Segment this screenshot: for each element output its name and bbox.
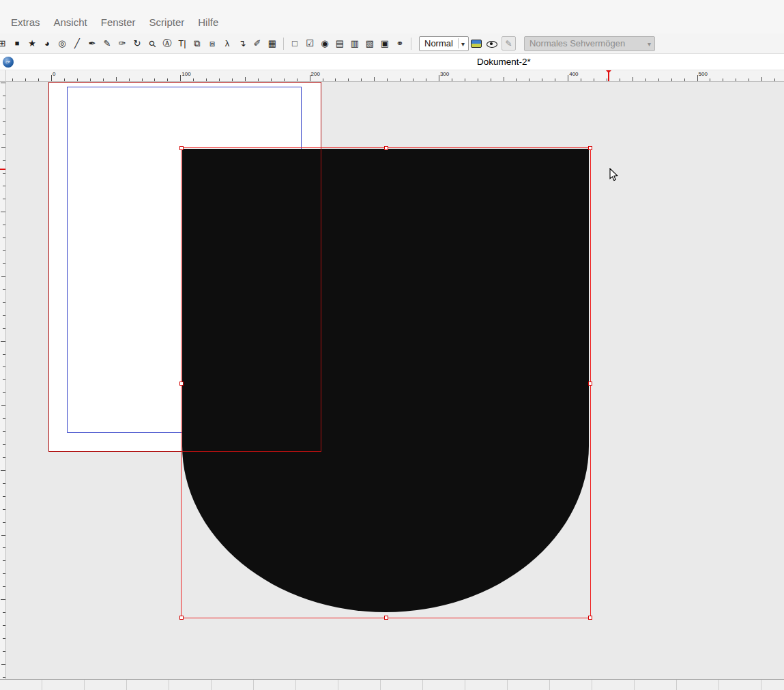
menu-extras[interactable]: Extras bbox=[11, 16, 40, 28]
measurements-icon[interactable]: λ bbox=[220, 36, 235, 51]
ruler-tick bbox=[1, 405, 5, 406]
edit-in-preview-icon[interactable]: ✎ bbox=[502, 36, 516, 51]
ruler-cursor-marker bbox=[608, 70, 609, 82]
ruler-origin[interactable] bbox=[0, 70, 6, 82]
insert-freehand-line-icon[interactable]: ✎ bbox=[100, 36, 115, 51]
ruler-tick bbox=[607, 78, 607, 81]
ruler-cursor-marker bbox=[0, 169, 6, 170]
canvas[interactable] bbox=[6, 82, 784, 679]
menu-fenster[interactable]: Fenster bbox=[101, 16, 136, 28]
pdf-radio-button-icon[interactable]: ◉ bbox=[317, 36, 332, 51]
color-management-icon[interactable] bbox=[471, 40, 482, 48]
ruler-tick bbox=[219, 78, 220, 81]
ruler-tick bbox=[3, 457, 5, 458]
ruler-tick bbox=[116, 77, 117, 81]
vision-defect-dropdown[interactable]: Normales Sehvermögen bbox=[524, 36, 655, 51]
ruler-tick bbox=[3, 573, 5, 574]
ruler-tick bbox=[3, 496, 5, 497]
ruler-tick bbox=[3, 109, 5, 109]
ruler-tick bbox=[620, 78, 620, 81]
eye-dropper-icon[interactable]: ✐ bbox=[250, 36, 265, 51]
ruler-tick bbox=[413, 78, 413, 81]
insert-bezier-curve-icon[interactable]: ✒ bbox=[85, 36, 100, 51]
ruler-tick bbox=[3, 263, 5, 264]
insert-calligraphic-line-icon[interactable]: ✑ bbox=[115, 36, 130, 51]
ruler-tick bbox=[374, 77, 375, 81]
insert-polygon-icon[interactable]: ★ bbox=[25, 36, 40, 51]
ruler-tick bbox=[3, 238, 5, 238]
selection-handle-middle-left[interactable] bbox=[179, 382, 184, 386]
menu-ansicht[interactable]: Ansicht bbox=[54, 16, 87, 28]
ruler-tick bbox=[3, 586, 5, 587]
ruler-tick bbox=[3, 625, 5, 626]
ruler-tick bbox=[568, 75, 568, 81]
edit-text-story-editor-icon[interactable]: T| bbox=[175, 36, 190, 51]
image-quality-dropdown[interactable]: Normal bbox=[419, 36, 469, 51]
render-frame-icon[interactable]: ▦ bbox=[265, 36, 280, 51]
vision-defect-value: Normales Sehvermögen bbox=[529, 38, 625, 48]
menu-hilfe[interactable]: Hilfe bbox=[198, 16, 218, 28]
unlink-text-frames-icon[interactable]: ⧈ bbox=[205, 36, 220, 51]
ruler-tick bbox=[1, 276, 5, 277]
ruler-tick bbox=[3, 354, 5, 355]
insert-table-icon[interactable]: ⊞ bbox=[0, 36, 10, 51]
insert-spiral-icon[interactable]: ◎ bbox=[55, 36, 70, 51]
pdf-text-annotation-icon[interactable]: ▣ bbox=[377, 36, 392, 51]
ruler-label: 100 bbox=[182, 71, 190, 77]
selection-handle-middle-right[interactable] bbox=[588, 382, 592, 386]
insert-line-icon[interactable]: ╱ bbox=[70, 36, 85, 51]
ruler-tick bbox=[129, 78, 130, 81]
insert-arc-icon[interactable]: ◕ bbox=[40, 36, 55, 51]
preview-mode-icon[interactable] bbox=[486, 38, 497, 49]
pdf-combo-box-icon[interactable]: ▧ bbox=[362, 36, 377, 51]
selection-handle-top-left[interactable] bbox=[179, 146, 184, 150]
ruler-tick bbox=[3, 134, 5, 135]
vertical-ruler[interactable] bbox=[0, 82, 6, 679]
pdf-push-button-icon[interactable]: □ bbox=[287, 36, 302, 51]
pdf-check-box-icon[interactable]: ☑ bbox=[302, 36, 317, 51]
ruler-tick bbox=[3, 431, 5, 432]
ruler-tick bbox=[361, 78, 362, 81]
horizontal-scrollbar[interactable] bbox=[0, 679, 784, 690]
mouse-cursor bbox=[609, 168, 620, 182]
ruler-tick bbox=[310, 75, 310, 81]
ruler-tick bbox=[77, 78, 78, 81]
ruler-tick bbox=[3, 96, 5, 96]
menu-scripter[interactable]: Scripter bbox=[149, 16, 185, 28]
ruler-tick bbox=[697, 75, 698, 81]
insert-shape-icon[interactable]: ■ bbox=[10, 36, 25, 51]
pdf-list-box-icon[interactable]: ▥ bbox=[347, 36, 362, 51]
ruler-tick bbox=[439, 75, 439, 81]
selection-frame[interactable] bbox=[181, 147, 591, 618]
pdf-link-annotation-icon[interactable]: ⚭ bbox=[392, 36, 407, 51]
selection-handle-top-right[interactable] bbox=[588, 146, 592, 150]
ruler-tick bbox=[1, 212, 5, 212]
selection-handle-bottom-right[interactable] bbox=[588, 616, 592, 620]
horizontal-ruler[interactable]: 0100200300400500 bbox=[6, 70, 784, 82]
selection-handle-top-middle[interactable] bbox=[384, 146, 388, 150]
document-tab-bar: Dokument-2* bbox=[0, 54, 784, 70]
pdf-text-field-icon[interactable]: ▤ bbox=[332, 36, 347, 51]
ruler-tick bbox=[671, 78, 672, 81]
ruler-tick bbox=[154, 78, 155, 81]
ruler-tick bbox=[774, 78, 775, 81]
ruler-tick bbox=[3, 444, 5, 445]
ruler-tick bbox=[516, 78, 517, 81]
selection-handle-bottom-middle[interactable] bbox=[384, 616, 388, 620]
ruler-tick bbox=[710, 78, 710, 81]
ruler-tick bbox=[3, 483, 5, 484]
ruler-tick bbox=[594, 78, 594, 81]
scribus-logo-icon[interactable] bbox=[3, 57, 14, 68]
link-text-frames-icon[interactable]: ⧉ bbox=[190, 36, 205, 51]
copy-item-properties-icon[interactable]: ↴ bbox=[235, 36, 250, 51]
ruler-tick bbox=[3, 289, 5, 290]
ruler-tick bbox=[684, 78, 685, 81]
ruler-tick bbox=[504, 77, 504, 81]
ruler-tick bbox=[1, 341, 5, 342]
image-quality-value: Normal bbox=[424, 38, 453, 48]
ruler-tick bbox=[3, 392, 5, 393]
ruler-tick bbox=[90, 78, 91, 81]
ruler-tick bbox=[736, 78, 736, 81]
selection-handle-bottom-left[interactable] bbox=[179, 616, 184, 620]
ruler-tick bbox=[323, 78, 323, 81]
